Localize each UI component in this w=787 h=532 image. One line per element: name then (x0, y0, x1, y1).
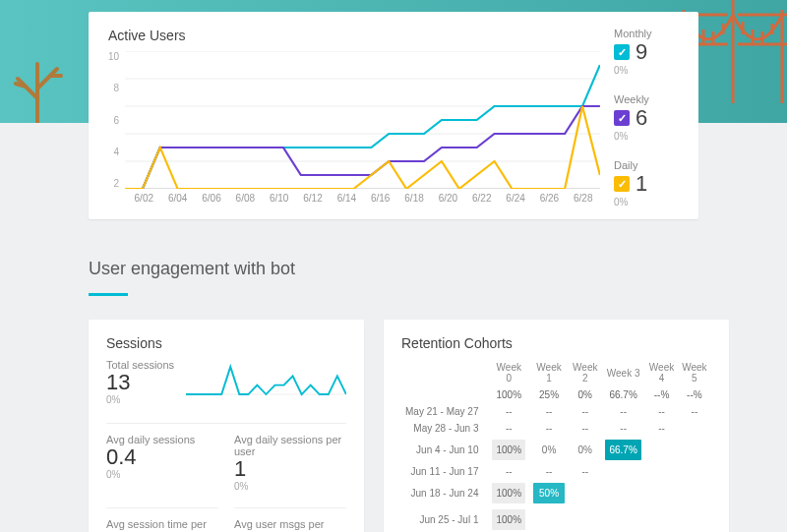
checkbox-icon[interactable]: ✓ (614, 176, 630, 192)
retention-cell: -- (601, 403, 644, 420)
ytick: 2 (108, 178, 119, 189)
legend-weekly[interactable]: Weekly ✓ 6 0% (614, 93, 679, 142)
retention-cohort-label: May 21 - May 27 (401, 403, 488, 420)
active-users-title: Active Users (108, 28, 600, 43)
retention-cohort-label: May 28 - Jun 3 (401, 420, 488, 437)
ytick: 4 (108, 147, 119, 157)
legend-value: 6 (636, 107, 647, 129)
xtick: 6/12 (296, 193, 330, 204)
sessions-metrics-grid: Avg daily sessions0.40%Avg daily session… (106, 434, 346, 532)
retention-summary-cell: 100% (488, 386, 529, 403)
retention-cell: -- (678, 403, 710, 420)
engagement-heading: User engagement with bot (89, 259, 698, 279)
retention-week-header: Week 0 (488, 359, 529, 386)
retention-row: May 28 - Jun 3---------- (401, 420, 711, 437)
retention-row: Jun 18 - Jun 24100%50% (401, 480, 711, 506)
retention-cell: -- (529, 420, 569, 437)
xtick: 6/10 (263, 193, 296, 204)
retention-cell: -- (601, 420, 644, 437)
retention-week-header: Week 2 (569, 359, 601, 386)
sessions-sparkline (186, 359, 346, 398)
metric-pct: 0% (106, 394, 174, 405)
legend-pct: 0% (614, 131, 679, 142)
retention-week-header: Week 5 (678, 359, 710, 386)
retention-cell: -- (488, 463, 529, 480)
retention-cell: 0% (529, 437, 569, 463)
xtick: 6/08 (228, 193, 262, 204)
retention-cell: -- (569, 403, 601, 420)
legend-daily[interactable]: Daily ✓ 1 0% (614, 159, 679, 207)
retention-summary-cell: 66.7% (601, 386, 644, 403)
active-users-yaxis: 10 8 6 4 2 (108, 51, 125, 189)
retention-cell: -- (488, 403, 529, 420)
legend-pct: 0% (614, 197, 679, 207)
active-users-chart (125, 51, 600, 189)
metric: Avg daily sessions0.40% (106, 434, 218, 508)
retention-row: Jun 4 - Jun 10100%0%0%66.7% (401, 437, 711, 463)
xtick: 6/22 (465, 193, 499, 204)
retention-cohort-label: Jun 18 - Jun 24 (401, 480, 488, 506)
metric-pct: 0% (106, 469, 218, 480)
retention-row: Jun 11 - Jun 17------ (401, 463, 711, 480)
ytick: 10 (108, 51, 119, 62)
checkbox-icon[interactable]: ✓ (614, 110, 630, 126)
xtick: 6/06 (195, 193, 228, 204)
metric-value: 0.4 (106, 445, 218, 469)
xtick: 6/16 (364, 193, 397, 204)
retention-summary-cell: --% (678, 386, 710, 403)
retention-table: Week 0Week 1Week 2Week 3Week 4Week 5100%… (401, 359, 711, 532)
retention-card: Retention Cohorts Week 0Week 1Week 2Week… (384, 320, 729, 532)
retention-cell: 66.7% (605, 440, 640, 460)
xtick: 6/26 (532, 193, 566, 204)
retention-week-header: Week 1 (529, 359, 569, 386)
retention-summary-cell: --% (645, 386, 678, 403)
retention-week-header: Week 3 (601, 359, 644, 386)
checkbox-icon[interactable]: ✓ (614, 44, 630, 60)
retention-cell: -- (645, 403, 678, 420)
metric-label: Avg daily sessions per user (234, 434, 346, 457)
retention-summary-cell: 0% (569, 386, 601, 403)
metric-value: 1 (234, 457, 346, 481)
retention-row: Jun 25 - Jul 1100% (401, 506, 711, 532)
legend-label: Weekly (614, 93, 679, 105)
xtick: 6/02 (127, 193, 160, 204)
xtick: 6/18 (397, 193, 431, 204)
total-sessions-metric: Total sessions 13 0% (106, 359, 174, 413)
legend-value: 9 (636, 41, 647, 63)
ytick: 6 (108, 115, 119, 126)
retention-cell: 100% (492, 440, 525, 460)
retention-cohort-label: Jun 25 - Jul 1 (401, 506, 488, 532)
ytick: 8 (108, 83, 119, 93)
sessions-title: Sessions (106, 335, 346, 351)
metric-label: Avg user msgs per session (234, 518, 346, 532)
retention-cell: -- (569, 420, 601, 437)
metric-value: 13 (106, 371, 174, 394)
legend-value: 1 (636, 173, 647, 195)
xtick: 6/04 (160, 193, 194, 204)
legend-label: Monthly (614, 28, 679, 39)
metric: Avg session time per user2m 3s0% (106, 518, 218, 532)
retention-cell: -- (529, 403, 569, 420)
retention-summary-cell: 25% (529, 386, 569, 403)
retention-cell: 50% (533, 483, 565, 503)
metric: Avg user msgs per session3.80% (234, 518, 346, 532)
retention-cohort-label: Jun 4 - Jun 10 (401, 437, 488, 463)
retention-cell: 100% (492, 483, 525, 503)
legend-label: Daily (614, 159, 679, 171)
retention-cell: 0% (569, 437, 601, 463)
active-users-legend: Monthly ✓ 9 0% Weekly ✓ 6 0% Daily ✓ (600, 28, 679, 207)
metric-pct: 0% (234, 481, 346, 492)
active-users-xaxis: 6/026/046/066/086/106/126/146/166/186/20… (125, 193, 600, 204)
legend-monthly[interactable]: Monthly ✓ 9 0% (614, 28, 679, 76)
metric-label: Avg session time per user (106, 518, 218, 532)
retention-cell: -- (488, 420, 529, 437)
sessions-card: Sessions Total sessions 13 0% Avg daily … (89, 320, 364, 532)
retention-row: May 21 - May 27------------ (401, 403, 711, 420)
retention-week-header: Week 4 (645, 359, 678, 386)
retention-title: Retention Cohorts (401, 335, 711, 351)
retention-cell: -- (529, 463, 569, 480)
metric: Avg daily sessions per user10% (234, 434, 346, 508)
xtick: 6/24 (499, 193, 532, 204)
xtick: 6/14 (330, 193, 363, 204)
xtick: 6/28 (567, 193, 600, 204)
